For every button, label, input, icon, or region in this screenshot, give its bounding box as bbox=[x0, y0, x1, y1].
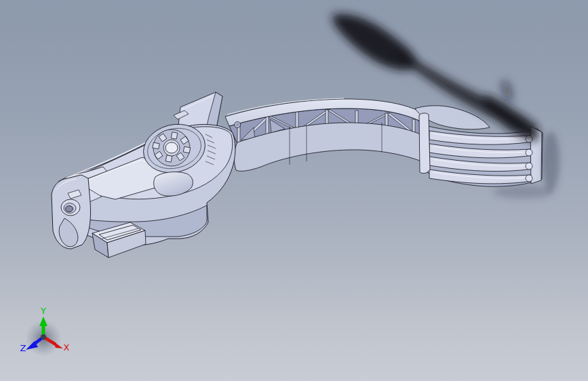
z-axis-label: Z bbox=[20, 343, 26, 353]
x-axis-label: X bbox=[64, 342, 70, 353]
triad-origin-sphere bbox=[41, 334, 46, 340]
y-axis-label: Y bbox=[40, 306, 46, 316]
shadow-wisp bbox=[501, 80, 512, 103]
mounting-bracket[interactable] bbox=[52, 175, 91, 249]
axis-triad: Y Z X bbox=[20, 306, 70, 357]
arm-pivot-hole-inner bbox=[236, 123, 239, 126]
pedal-arm[interactable] bbox=[225, 98, 424, 171]
pad-left-rail bbox=[419, 113, 430, 174]
bracket-hole bbox=[66, 206, 73, 212]
cad-viewport[interactable]: Y Z X bbox=[0, 0, 588, 381]
model-canvas[interactable]: Y Z X bbox=[0, 0, 588, 381]
